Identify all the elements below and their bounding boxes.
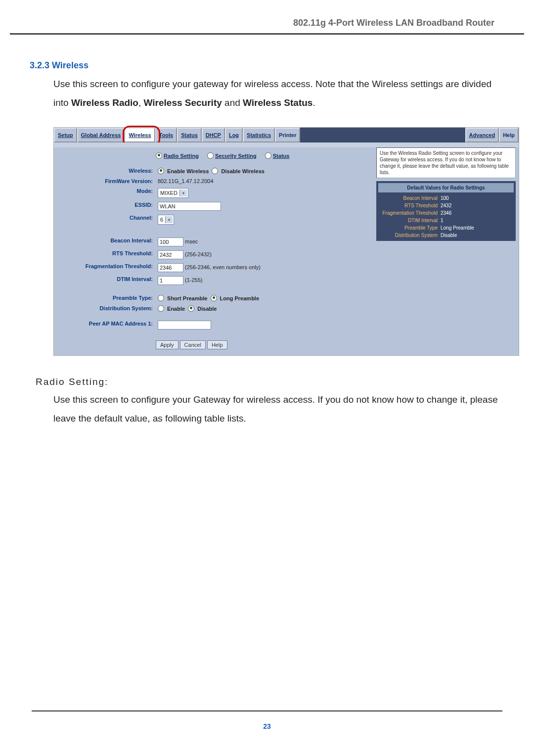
tab-statistics[interactable]: Statistics: [243, 128, 275, 142]
dist-enable-radio[interactable]: [158, 305, 164, 312]
dtim-label: DTIM Interval:: [54, 276, 158, 285]
chevron-down-icon: ▾: [165, 216, 173, 223]
def-frag-k: Fragmentation Threshold: [378, 210, 438, 216]
dtim-input[interactable]: 1: [158, 276, 183, 285]
short-preamble-radio[interactable]: [158, 295, 164, 301]
rts-label: RTS Threshold:: [54, 250, 158, 259]
def-beacon-k: Beacon Interval: [378, 195, 438, 201]
beacon-input[interactable]: 100: [158, 237, 183, 246]
defaults-header: Default Values for Radio Settings: [378, 183, 514, 192]
def-dist-k: Distribution System: [378, 233, 438, 238]
disable-wireless-text: Disable Wireless: [222, 168, 265, 174]
chevron-down-icon: ▾: [179, 189, 187, 196]
peer-mac-label: Peer AP MAC Address 1:: [54, 321, 158, 330]
defaults-panel: Default Values for Radio Settings Beacon…: [376, 181, 516, 241]
essid-label: ESSID:: [54, 202, 158, 211]
radio-setting-heading: Radio Setting:: [36, 377, 504, 387]
tab-printer[interactable]: Printer: [275, 128, 300, 142]
def-preamble-k: Preamble Type: [378, 225, 438, 231]
section-number: 3.2.3 Wireless: [30, 60, 504, 71]
frag-range: (256-2346, even numbers only): [185, 264, 261, 270]
subtab-status[interactable]: Status: [273, 153, 290, 159]
dist-disable-text: Disable: [197, 306, 217, 312]
def-frag-v: 2346: [441, 210, 451, 216]
subtab-radio-setting[interactable]: Radio Setting: [164, 153, 199, 159]
frag-input[interactable]: 2346: [158, 263, 183, 272]
channel-label: Channel:: [54, 215, 158, 225]
security-setting-radio[interactable]: [207, 152, 214, 159]
tab-advanced[interactable]: Advanced: [465, 128, 499, 142]
dist-disable-radio[interactable]: [188, 305, 194, 312]
def-dtim-k: DTIM Interval: [378, 218, 438, 223]
intro-bold-radio: Wireless Radio: [71, 97, 138, 108]
help-button[interactable]: Help: [207, 340, 227, 349]
tab-global-address[interactable]: Global Address: [77, 128, 125, 142]
tab-setup[interactable]: Setup: [54, 128, 77, 142]
tab-tools[interactable]: Tools: [155, 128, 178, 142]
tab-wireless[interactable]: Wireless: [125, 128, 155, 142]
dist-enable-text: Enable: [167, 306, 185, 312]
tab-help[interactable]: Help: [499, 128, 519, 142]
sep: and: [222, 97, 243, 108]
tab-log[interactable]: Log: [225, 128, 243, 142]
channel-select[interactable]: 6 ▾: [158, 215, 174, 225]
preamble-label: Preamble Type:: [54, 295, 158, 301]
radio-setting-paragraph: Use this screen to configure your Gatewa…: [53, 390, 504, 428]
short-preamble-text: Short Preamble: [167, 295, 207, 301]
rts-input[interactable]: 2432: [158, 250, 183, 259]
def-preamble-v: Long Preamble: [441, 225, 474, 231]
def-rts-v: 2432: [441, 203, 451, 208]
help-text: Use the Wireless Radio Setting screen to…: [376, 147, 516, 178]
def-dist-v: Disable: [441, 233, 457, 238]
dtim-range: (1-255): [185, 277, 202, 283]
intro-bold-status: Wireless Status: [243, 97, 312, 108]
tab-status[interactable]: Status: [177, 128, 202, 142]
intro-bold-security: Wireless Security: [144, 97, 222, 108]
config-form: Radio Setting Security Setting Status Wi…: [54, 147, 375, 355]
router-config-screenshot: Setup Global Address Wireless Tools Stat…: [53, 127, 519, 356]
tab-dhcp[interactable]: DHCP: [202, 128, 225, 142]
document-header: 802.11g 4-Port Wireless LAN Broadband Ro…: [10, 0, 524, 35]
dist-label: Distribution System:: [54, 305, 158, 312]
long-preamble-radio[interactable]: [211, 295, 217, 301]
def-dtim-v: 1: [441, 218, 444, 223]
firmware-value: 802.11G_1.47.12.2004: [158, 178, 375, 184]
disable-wireless-radio[interactable]: [212, 168, 218, 174]
tab-bar: Setup Global Address Wireless Tools Stat…: [54, 128, 519, 142]
subtab-security-setting[interactable]: Security Setting: [215, 153, 257, 159]
enable-wireless-text: Enable Wireless: [167, 168, 209, 174]
help-panel: Use the Wireless Radio Setting screen to…: [375, 147, 519, 355]
cancel-button[interactable]: Cancel: [180, 340, 206, 349]
intro-paragraph: Use this screen to configure your gatewa…: [53, 75, 504, 112]
status-radio[interactable]: [265, 152, 271, 159]
beacon-label: Beacon Interval:: [54, 237, 158, 246]
tab-wireless-label: Wireless: [129, 132, 151, 138]
firmware-label: FirmWare Version:: [54, 178, 158, 184]
footer-rule: [32, 710, 502, 711]
enable-wireless-radio[interactable]: [158, 168, 164, 174]
mode-select[interactable]: MIXED ▾: [158, 188, 188, 198]
channel-value: 6: [160, 217, 163, 223]
frag-label: Fragmentation Threshold:: [54, 263, 158, 272]
page-number: 23: [0, 722, 534, 730]
sep: .: [312, 97, 315, 108]
long-preamble-text: Long Preamble: [220, 295, 259, 301]
radio-setting-radio[interactable]: [156, 152, 162, 159]
essid-input[interactable]: WLAN: [158, 202, 221, 211]
beacon-unit: msec: [185, 238, 198, 244]
button-row: Apply Cancel Help: [54, 331, 375, 355]
sub-tab-row: Radio Setting Security Setting Status: [54, 147, 375, 166]
mode-value: MIXED: [160, 190, 178, 196]
apply-button[interactable]: Apply: [156, 340, 178, 349]
sep: ,: [138, 97, 144, 108]
peer-mac-input[interactable]: [158, 321, 211, 330]
wireless-label: Wireless:: [54, 168, 158, 174]
rts-range: (256-2432): [185, 251, 212, 257]
def-beacon-v: 100: [441, 195, 449, 201]
def-rts-k: RTS Threshold: [378, 203, 438, 208]
mode-label: Mode:: [54, 188, 158, 198]
